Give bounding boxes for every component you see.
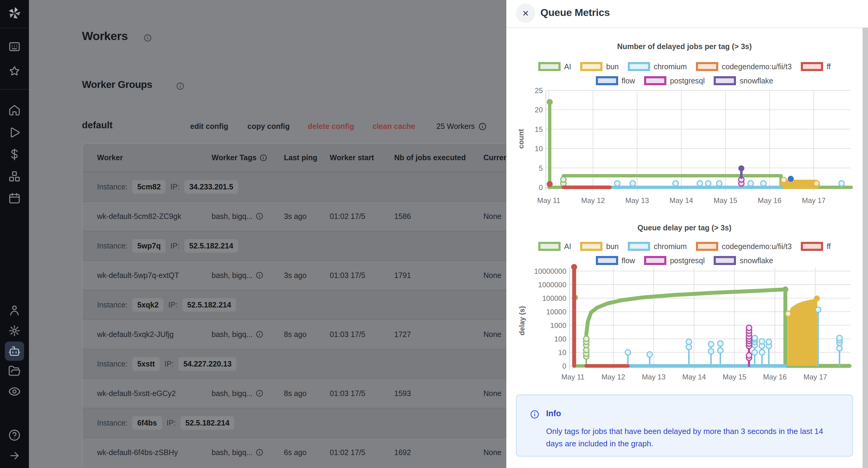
sidebar [0,0,29,468]
table-body: Instance:5cm82IP:34.233.201.5wk-default-… [83,172,553,467]
sidebar-item-settings[interactable] [5,321,24,340]
ip-badge: 52.5.182.214 [181,416,234,430]
sidebar-item-runs[interactable] [5,123,24,142]
delete-config-button[interactable]: delete config [308,122,354,131]
delayed-jobs-chart: 0510152025May 11May 12May 13May 14May 15… [506,87,863,217]
close-icon[interactable] [516,4,535,23]
svg-text:5: 5 [539,164,543,172]
sidebar-item-variables[interactable] [5,145,24,164]
info-box-text: Only tags for jobs that have been delaye… [546,425,832,450]
ip-badge: 54.227.220.13 [179,357,236,371]
last-ping: 8s ago [284,320,307,349]
legend-swatch [644,76,666,85]
ip-label: IP: [167,419,176,427]
worker-name: wk-default-5cm82-ZC9gk [97,202,181,231]
edit-config-button[interactable]: edit config [190,122,228,131]
sidebar-item-favorites[interactable] [5,62,24,81]
jobs-executed: 1593 [394,379,411,408]
legend-item[interactable]: postgresql [644,76,705,85]
last-ping: 6s ago [284,438,307,467]
legend-item[interactable]: chromium [628,242,687,251]
legend-item[interactable]: chromium [628,62,687,71]
worker-start: 01:02 17/5 [330,438,365,467]
sidebar-item-home[interactable] [5,101,24,120]
instance-id-badge: 5xqk2 [132,298,163,312]
info-icon[interactable] [478,122,487,131]
table-row-worker: wk-default-6f4bs-zSBHybash, bigq...6s ag… [83,438,553,467]
legend-item[interactable]: ff [801,242,831,251]
svg-text:10: 10 [558,348,566,357]
copy-config-button[interactable]: copy config [247,122,290,131]
worker-tags: bash, bigq... [212,261,264,290]
legend-label: snowflake [740,76,773,85]
instance-label: Instance: [97,360,127,368]
svg-text:May 17: May 17 [802,196,826,204]
sidebar-item-users[interactable] [5,301,24,320]
svg-text:May 12: May 12 [601,373,625,381]
legend-swatch [580,62,602,71]
info-icon[interactable] [255,390,264,397]
ip-badge: 52.5.182.214 [184,239,238,253]
legend-swatch [714,76,736,85]
sidebar-item-workers[interactable] [5,341,24,361]
worker-tags: bash, bigq... [212,320,264,349]
sidebar-item-apps[interactable] [5,37,24,56]
sidebar-item-folders[interactable] [5,361,24,381]
info-icon[interactable] [144,34,152,42]
table-row-instance: Instance:5wp7qIP:52.5.182.214 [83,231,553,261]
ip-label: IP: [164,360,174,368]
sidebar-item-help[interactable] [5,426,24,445]
clean-cache-button[interactable]: clean cache [373,122,415,131]
last-ping: 3s ago [284,261,307,290]
info-box: Info Only tags for jobs that have been d… [516,395,853,457]
legend-swatch [580,242,602,251]
legend-item[interactable]: flow [596,76,635,85]
info-box-title: Info [546,409,561,418]
legend-item[interactable]: AI [538,62,571,71]
info-icon[interactable] [259,154,267,162]
svg-text:May 14: May 14 [670,196,693,204]
sidebar-item-schedules[interactable] [5,189,24,208]
info-icon[interactable] [255,330,264,338]
legend-label: flow [622,76,635,85]
info-icon [530,409,539,419]
instance-id-badge: 6f4bs [132,416,161,430]
legend-item[interactable]: bun [580,62,619,71]
legend-item[interactable]: bun [580,242,619,251]
col-worker-start: Worker start [330,144,374,172]
svg-text:100: 100 [554,335,566,343]
ip-badge: 52.5.182.214 [182,298,236,312]
instance-label: Instance: [97,241,127,250]
svg-text:May 15: May 15 [714,196,738,204]
ip-badge: 34.233.201.5 [184,180,238,194]
chart1-legend-row1: AIbunchromiumcodegendemo:u/fii/t3ff [506,61,863,72]
legend-item[interactable]: codegendemo:u/fii/t3 [696,242,792,251]
chart2-title: Queue delay per tag (> 3s) [506,224,863,232]
legend-label: chromium [654,62,687,71]
legend-item[interactable]: snowflake [714,76,773,85]
legend-item[interactable]: codegendemo:u/fii/t3 [696,62,792,71]
table-header-row: Worker Worker Tags Last ping Worker star… [83,144,553,172]
windmill-logo[interactable] [5,4,24,23]
info-icon[interactable] [255,448,264,456]
sidebar-item-audit-logs[interactable] [5,382,24,401]
table-row-instance: Instance:5xsttIP:54.227.220.13 [83,349,553,379]
sidebar-item-resources[interactable] [5,167,24,186]
jobs-executed: 1692 [394,438,411,467]
worker-tags: bash, bigq... [212,379,264,408]
legend-item[interactable]: ff [801,62,831,71]
sidebar-item-expand[interactable] [5,446,24,465]
legend-label: postgresql [670,76,705,85]
info-icon[interactable] [255,212,264,220]
current-job: None [484,202,501,231]
group-name: default [82,120,113,131]
drawer-scrollbar[interactable] [863,28,868,468]
last-ping: 3s ago [284,202,307,231]
worker-start: 01:03 17/5 [330,379,365,408]
svg-text:May 14: May 14 [682,373,706,381]
legend-label: bun [606,242,619,251]
info-icon[interactable] [176,82,184,90]
legend-item[interactable]: AI [538,242,571,251]
info-icon[interactable] [255,271,264,279]
app-root: Workers Worker Groups default edit confi… [0,0,868,468]
